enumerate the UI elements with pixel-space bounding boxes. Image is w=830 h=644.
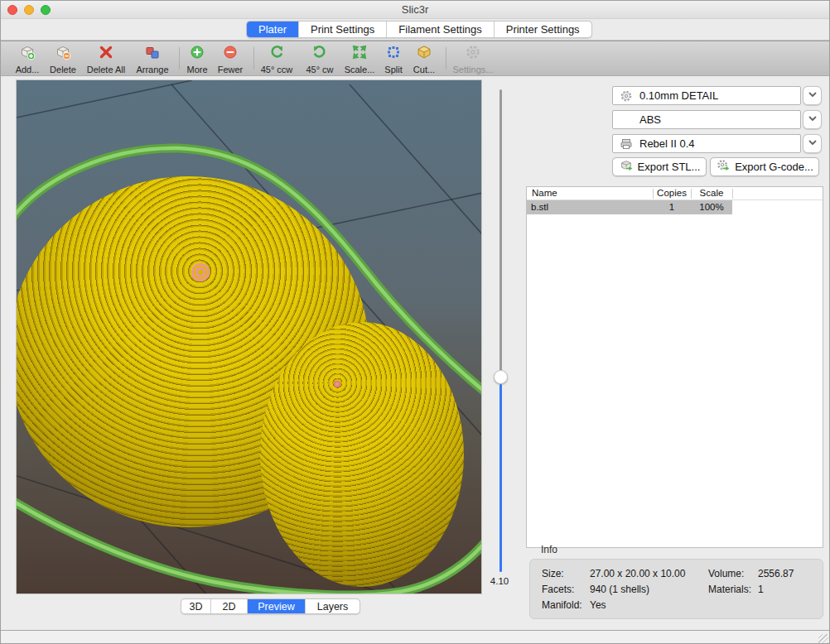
facets-label: Facets: — [542, 584, 574, 595]
delete-all-button[interactable]: Delete All — [82, 44, 130, 76]
layer-slider-thumb[interactable] — [494, 370, 508, 384]
main-tabs: Plater Print Settings Filament Settings … — [246, 21, 592, 38]
toolbar: Add... Delete Delete All Arrange More Fe… — [1, 41, 829, 76]
settings-label: Settings... — [453, 65, 494, 74]
title-bar: Slic3r — [1, 1, 829, 19]
chevron-down-icon — [807, 113, 818, 127]
rotate-ccw-label: 45° ccw — [261, 65, 293, 74]
layer-slider-value: 4.10 — [484, 576, 515, 586]
print-settings-value: 0.10mm DETAIL — [639, 89, 718, 102]
tab-filament-settings[interactable]: Filament Settings — [387, 22, 494, 37]
gear-icon — [449, 44, 497, 60]
arrange-cubes-icon — [128, 44, 176, 60]
delete-button[interactable]: Delete — [39, 44, 87, 76]
layer-slider-track-lower[interactable] — [499, 384, 502, 572]
chevron-down-icon — [807, 137, 818, 151]
object-list-table[interactable]: Name Copies Scale b.stl 1 100% — [526, 186, 823, 548]
rotate-ccw-button[interactable]: 45° ccw — [253, 44, 301, 76]
fewer-label: Fewer — [218, 65, 244, 74]
delete-all-label: Delete All — [87, 65, 125, 74]
filament-combo[interactable]: ABS — [612, 110, 801, 129]
info-panel-title: Info — [541, 544, 557, 555]
printer-value: Rebel II 0.4 — [639, 137, 695, 150]
export-stl-icon — [619, 158, 634, 175]
cut-button[interactable]: Cut... — [400, 44, 448, 76]
manifold-value: Yes — [590, 599, 606, 611]
resize-grip[interactable] — [818, 634, 828, 644]
rotate-cw-label: 45° cw — [306, 65, 333, 74]
size-value: 27.00 x 20.00 x 10.00 — [590, 568, 685, 579]
status-bar — [1, 630, 829, 644]
skirt-loop-front — [17, 80, 482, 594]
main-tab-strip: Plater Print Settings Filament Settings … — [1, 19, 829, 41]
more-label: More — [186, 65, 207, 74]
add-label: Add... — [16, 65, 40, 74]
layer-slider[interactable] — [494, 89, 508, 572]
column-header-scale[interactable]: Scale — [691, 188, 732, 198]
rotate-ccw-icon — [253, 44, 301, 60]
column-divider — [732, 189, 733, 199]
cut-label: Cut... — [413, 65, 435, 74]
column-header-copies[interactable]: Copies — [653, 188, 691, 198]
export-gcode-icon — [716, 158, 731, 175]
arrange-label: Arrange — [136, 65, 168, 74]
view-tab-2d[interactable]: 2D — [211, 599, 248, 613]
volume-label: Volume: — [708, 568, 744, 579]
layer-slider-track-upper[interactable] — [499, 89, 502, 371]
filament-value: ABS — [639, 113, 661, 126]
column-divider — [691, 189, 692, 199]
row-scale-cell: 100% — [691, 200, 732, 214]
row-name-cell: b.stl — [531, 200, 548, 214]
slic3r-window: Slic3r Plater Print Settings Filament Se… — [0, 0, 830, 644]
column-header-name[interactable]: Name — [532, 188, 557, 198]
delete-label: Delete — [50, 65, 76, 74]
tab-printer-settings[interactable]: Printer Settings — [495, 22, 591, 37]
print-settings-combo[interactable]: 0.10mm DETAIL — [612, 86, 801, 105]
window-title: Slic3r — [1, 3, 829, 16]
view-tab-layers[interactable]: Layers — [306, 599, 360, 613]
red-x-icon — [82, 44, 130, 60]
materials-value: 1 — [758, 584, 764, 595]
view-tab-3d[interactable]: 3D — [181, 599, 211, 613]
arrange-button[interactable]: Arrange — [128, 44, 176, 76]
minus-circle-icon — [206, 44, 254, 60]
size-label: Size: — [542, 568, 564, 579]
export-gcode-label: Export G-code... — [735, 161, 813, 173]
manifold-label: Manifold: — [542, 599, 582, 611]
view-tab-preview[interactable]: Preview — [248, 599, 306, 613]
gear-icon — [620, 89, 633, 103]
printer-combo[interactable]: Rebel II 0.4 — [612, 134, 801, 153]
export-stl-button[interactable]: Export STL... — [612, 157, 707, 176]
table-row[interactable]: b.stl 1 100% — [527, 200, 823, 214]
view-mode-tabs: 3D 2D Preview Layers — [181, 598, 360, 614]
settings-button[interactable]: Settings... — [449, 44, 497, 76]
chevron-down-icon — [807, 89, 818, 103]
facets-value: 940 (1 shells) — [590, 584, 649, 595]
info-panel: Size: 27.00 x 20.00 x 10.00 Volume: 2556… — [529, 559, 823, 619]
filament-dropdown-button[interactable] — [803, 110, 822, 129]
box-minus-icon — [39, 44, 87, 60]
preview-3d-canvas[interactable] — [16, 79, 482, 594]
export-gcode-button[interactable]: Export G-code... — [710, 157, 819, 176]
cut-cube-icon — [400, 44, 448, 60]
print-settings-dropdown-button[interactable] — [803, 86, 822, 105]
row-copies-cell: 1 — [653, 200, 691, 214]
printer-dropdown-button[interactable] — [803, 134, 822, 153]
column-divider — [653, 189, 654, 199]
object-table-header: Name Copies Scale — [527, 187, 823, 200]
materials-label: Materials: — [708, 584, 751, 595]
printer-icon — [620, 137, 633, 151]
tab-print-settings[interactable]: Print Settings — [299, 22, 387, 37]
volume-value: 2556.87 — [758, 568, 794, 579]
tab-plater[interactable]: Plater — [247, 22, 299, 37]
fewer-button[interactable]: Fewer — [206, 44, 254, 76]
toolbar-separator — [446, 47, 446, 70]
export-stl-label: Export STL... — [638, 161, 701, 173]
